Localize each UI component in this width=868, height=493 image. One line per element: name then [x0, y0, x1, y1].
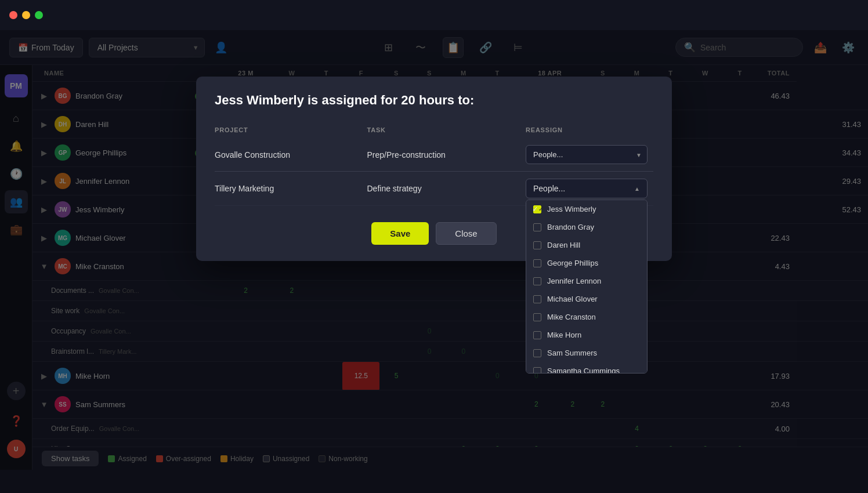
dropdown-item-brandon[interactable]: Brandon Gray	[526, 218, 647, 236]
dropdown-item-michael[interactable]: Michael Glover	[526, 290, 647, 308]
maximize-button[interactable]	[35, 11, 43, 19]
dropdown-person-name: Mike Horn	[547, 331, 581, 339]
modal-col-project: PROJECT	[215, 122, 367, 138]
chevron-up-icon: ▲	[634, 186, 640, 192]
modal-reassign-1: People...	[526, 138, 653, 172]
dropdown-item-jennifer[interactable]: Jennifer Lennon	[526, 272, 647, 290]
checkbox-samantha[interactable]	[533, 367, 541, 374]
people-dropdown-list: ✓ Jess Wimberly Brandon Gray Daren Hill	[526, 200, 648, 374]
dropdown-person-name: Sam Summers	[547, 349, 597, 357]
modal-task-2: Define strategy	[367, 172, 526, 206]
checkbox-mike-h[interactable]	[533, 331, 541, 339]
modal-project-1: Govalle Construction	[215, 138, 367, 172]
modal-col-task: TASK	[367, 122, 526, 138]
modal-row-2: Tillery Marketing Define strategy People…	[215, 172, 653, 206]
dropdown-person-name: George Phillips	[547, 259, 598, 267]
dropdown-person-name: Jess Wimberly	[547, 205, 596, 213]
checkbox-sam[interactable]	[533, 349, 541, 357]
dropdown-item-sam[interactable]: Sam Summers	[526, 344, 647, 362]
modal-overlay[interactable]: Jess Wimberly is assigned for 20 hours t…	[0, 30, 868, 493]
modal-dialog: Jess Wimberly is assigned for 20 hours t…	[196, 77, 672, 261]
dropdown-item-mike-h[interactable]: Mike Horn	[526, 326, 647, 344]
checkbox-mike-c[interactable]	[533, 313, 541, 321]
people-select-wrapper-1: People...	[526, 145, 648, 164]
checkbox-brandon[interactable]	[533, 223, 541, 231]
modal-row-1: Govalle Construction Prep/Pre-constructi…	[215, 138, 653, 172]
window-controls	[9, 11, 43, 19]
close-button[interactable]: Close	[436, 222, 496, 245]
dropdown-person-name: Jennifer Lennon	[547, 277, 601, 285]
minimize-button[interactable]	[22, 11, 30, 19]
dropdown-person-name: Daren Hill	[547, 241, 580, 249]
modal-table: PROJECT TASK REASSIGN Govalle Constructi…	[215, 122, 653, 206]
titlebar	[0, 0, 868, 30]
dropdown-person-name: Michael Glover	[547, 295, 598, 303]
dropdown-person-name: Brandon Gray	[547, 223, 594, 231]
dropdown-person-name: Mike Cranston	[547, 313, 596, 321]
modal-project-2: Tillery Marketing	[215, 172, 367, 206]
checkbox-michael[interactable]	[533, 295, 541, 303]
people-select-label-2: People...	[533, 184, 565, 193]
dropdown-item-daren[interactable]: Daren Hill	[526, 236, 647, 254]
dropdown-item-jess[interactable]: ✓ Jess Wimberly	[526, 200, 647, 218]
modal-title: Jess Wimberly is assigned for 20 hours t…	[215, 93, 653, 108]
close-button[interactable]	[9, 11, 17, 19]
dropdown-item-mike-c[interactable]: Mike Cranston	[526, 308, 647, 326]
modal-reassign-2: People... ▲ ✓ Jess Wimberly	[526, 172, 653, 206]
checkbox-george[interactable]	[533, 259, 541, 267]
people-open-dropdown: People... ▲ ✓ Jess Wimberly	[526, 179, 653, 198]
people-select-trigger-2[interactable]: People... ▲	[526, 179, 648, 198]
modal-task-1: Prep/Pre-construction	[367, 138, 526, 172]
checkbox-jess[interactable]: ✓	[533, 205, 541, 213]
save-button[interactable]: Save	[371, 222, 429, 245]
dropdown-item-george[interactable]: George Phillips	[526, 254, 647, 272]
dropdown-item-samantha[interactable]: Samantha Cummings	[526, 362, 647, 374]
dropdown-person-name: Samantha Cummings	[547, 367, 620, 374]
checkbox-daren[interactable]	[533, 241, 541, 249]
checkbox-jennifer[interactable]	[533, 277, 541, 285]
people-select-1[interactable]: People...	[526, 145, 648, 164]
modal-col-reassign: REASSIGN	[526, 122, 653, 138]
